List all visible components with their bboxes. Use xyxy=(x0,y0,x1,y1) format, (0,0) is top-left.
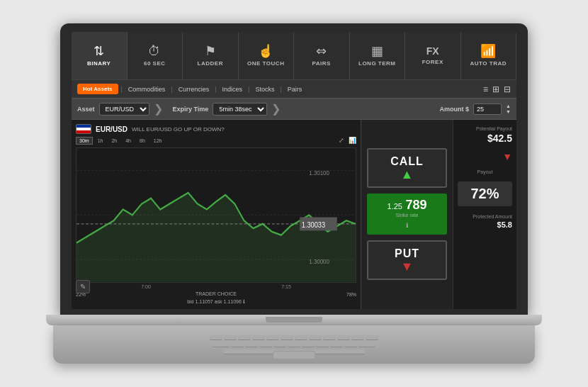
main-content: EUR/USD WILL EUR/USD GO UP OR DOWN? 30m … xyxy=(72,120,516,309)
top-nav: ⇅ BINARY ⏱ 60 SEC ⚑ LADDER ☝ ONE TOUCH ⇔ xyxy=(72,32,516,80)
key[interactable] xyxy=(351,335,364,340)
nav-longterm[interactable]: ▦ LONG TERM xyxy=(350,32,406,79)
nav-60sec[interactable]: ⏱ 60 SEC xyxy=(128,32,183,79)
ladder-label: LADDER xyxy=(198,60,223,67)
put-down-arrow: ▼ xyxy=(401,260,414,273)
key[interactable] xyxy=(288,342,300,347)
key[interactable] xyxy=(245,342,258,347)
pct-right: 78% xyxy=(342,292,356,297)
subnav-stocks[interactable]: Stocks xyxy=(252,84,277,94)
subnav-currencies[interactable]: Currencies xyxy=(176,84,213,94)
hot-assets-button[interactable]: Hot Assets xyxy=(77,84,118,94)
trader-choice-bar: 22% TRADER CHOICE 78% xyxy=(76,291,356,298)
key[interactable] xyxy=(231,342,244,347)
amount-up-arrow[interactable]: ▲ xyxy=(506,103,511,108)
strike-info-icon[interactable]: ℹ xyxy=(406,222,408,229)
chart-canvas: 1.30033 1.30100 1.30000 xyxy=(76,147,356,283)
keyboard-row-2 xyxy=(77,342,511,347)
subnav-indices[interactable]: Indices xyxy=(220,84,246,94)
screen-bezel: ⇅ BINARY ⏱ 60 SEC ⚑ LADDER ☝ ONE TOUCH ⇔ xyxy=(60,23,528,315)
subnav-pairs[interactable]: Pairs xyxy=(285,84,305,94)
autotrad-label: AUTO TRAD xyxy=(470,60,507,67)
protected-label: Protected Amount xyxy=(458,213,512,220)
strike-label: Strike rate xyxy=(370,213,444,218)
list-icon[interactable]: ≡ xyxy=(483,84,488,94)
tf-2h[interactable]: 2h xyxy=(108,137,120,145)
expand-icon[interactable]: ⤢ xyxy=(339,137,344,145)
key[interactable] xyxy=(238,335,251,340)
call-label: CALL xyxy=(390,155,424,168)
tf-12h[interactable]: 12h xyxy=(150,137,166,145)
nav-forex[interactable]: FX FOREX xyxy=(405,32,461,79)
strike-rate-value: 1.25 789 xyxy=(370,198,444,213)
key[interactable] xyxy=(337,335,350,340)
nav-ladder[interactable]: ⚑ LADDER xyxy=(183,32,239,79)
onetouch-label: ONE TOUCH xyxy=(247,60,284,67)
tiles-icon[interactable]: ⊟ xyxy=(504,84,511,94)
svg-text:1.30000: 1.30000 xyxy=(309,258,329,266)
expiry-label: Expiry Time xyxy=(173,106,209,113)
chart-title: EUR/USD xyxy=(96,125,128,133)
key[interactable] xyxy=(210,335,222,340)
info-icon[interactable]: ℹ xyxy=(243,299,245,304)
pairs-icon: ⇔ xyxy=(316,45,327,57)
chart-tool-button[interactable]: ✎ xyxy=(76,280,90,293)
key[interactable] xyxy=(281,335,293,340)
expiry-select[interactable]: 5min 38sec xyxy=(213,103,267,116)
key[interactable] xyxy=(309,335,322,340)
key[interactable] xyxy=(259,342,272,347)
forex-icon: FX xyxy=(426,46,439,56)
grid-icon[interactable]: ⊞ xyxy=(492,84,499,94)
eu-flag xyxy=(76,124,91,134)
amount-down-arrow[interactable]: ▼ xyxy=(506,109,511,114)
amount-label: Amount $ xyxy=(440,106,470,113)
key[interactable] xyxy=(302,342,315,347)
binary-icon: ⇅ xyxy=(94,45,104,57)
key[interactable] xyxy=(213,342,230,347)
key[interactable] xyxy=(266,335,279,340)
key[interactable] xyxy=(323,335,336,340)
laptop-base xyxy=(46,315,542,326)
tf-8h[interactable]: 8h xyxy=(136,137,149,145)
key[interactable] xyxy=(366,335,378,340)
key[interactable] xyxy=(316,342,329,347)
bid-label: bid xyxy=(187,299,195,304)
onetouch-icon: ☝ xyxy=(258,45,273,57)
chart-type-icon[interactable]: 📊 xyxy=(349,137,356,145)
timeframe-tabs: 30m 1h 2h 4h 8h 12h ⤢ 📊 xyxy=(76,137,356,145)
call-button[interactable]: CALL ▲ xyxy=(367,148,447,188)
forex-label: FOREX xyxy=(422,59,443,65)
key[interactable] xyxy=(252,335,265,340)
asset-select[interactable]: EUR/USD xyxy=(99,103,149,116)
tf-4h[interactable]: 4h xyxy=(122,137,135,145)
key[interactable] xyxy=(295,335,307,340)
bid-value: 1.11057 xyxy=(195,299,213,304)
svg-marker-3 xyxy=(77,193,356,282)
60sec-icon: ⏱ xyxy=(148,45,161,57)
key[interactable] xyxy=(224,335,237,340)
put-button[interactable]: PUT ▼ xyxy=(367,240,447,280)
nav-pairs[interactable]: ⇔ PAIRS xyxy=(294,32,350,79)
amount-arrows[interactable]: ▲ ▼ xyxy=(506,103,511,114)
subnav-commodities[interactable]: Commodities xyxy=(125,84,169,94)
chart-area: EUR/USD WILL EUR/USD GO UP OR DOWN? 30m … xyxy=(72,120,361,309)
amount-input[interactable] xyxy=(473,103,502,115)
key[interactable] xyxy=(273,342,286,347)
key[interactable] xyxy=(344,342,357,347)
payout-down-arrow: ▼ xyxy=(458,151,512,162)
nav-autotrad[interactable]: 📶 AUTO TRAD xyxy=(461,32,517,79)
arrow-separator-2: ❯ xyxy=(271,102,281,116)
nav-binary[interactable]: ⇅ BINARY xyxy=(72,32,128,79)
tf-30m[interactable]: 30m xyxy=(76,137,93,145)
chart-header: EUR/USD WILL EUR/USD GO UP OR DOWN? xyxy=(76,124,356,134)
key[interactable] xyxy=(330,342,343,347)
svg-text:1.30033: 1.30033 xyxy=(302,220,326,229)
keyboard-row-1 xyxy=(77,335,511,340)
tf-1h[interactable]: 1h xyxy=(94,137,107,145)
bid-ask-info: bid 1.11057 ask 1.11096 ℹ xyxy=(76,299,356,305)
touchpad[interactable] xyxy=(273,351,315,359)
nav-onetouch[interactable]: ☝ ONE TOUCH xyxy=(239,32,295,79)
asset-label: Asset xyxy=(77,106,95,113)
svg-text:1.30100: 1.30100 xyxy=(309,169,329,176)
key[interactable] xyxy=(358,342,375,347)
